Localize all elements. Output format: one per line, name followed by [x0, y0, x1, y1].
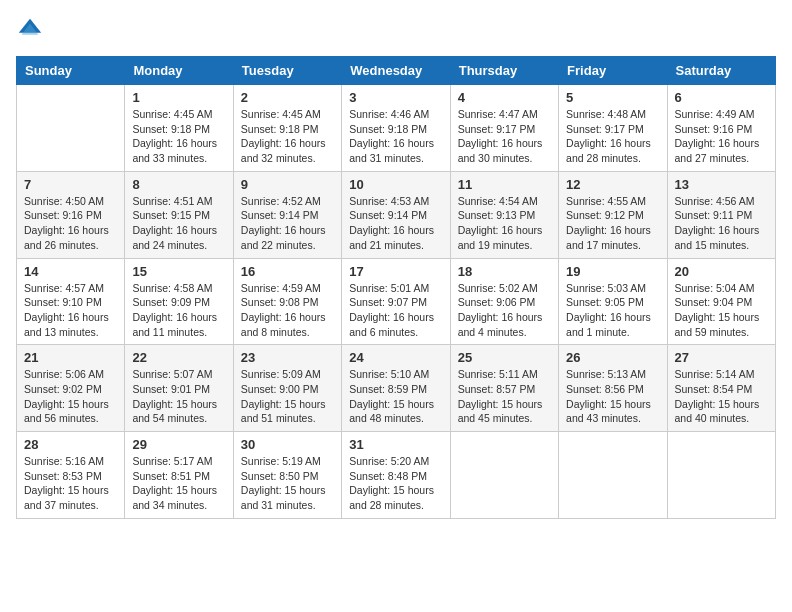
cell-day-number: 22: [132, 350, 225, 365]
cell-sunrise: Sunrise: 4:45 AM: [132, 108, 212, 120]
cell-sunrise: Sunrise: 4:51 AM: [132, 195, 212, 207]
calendar-cell: 4 Sunrise: 4:47 AM Sunset: 9:17 PM Dayli…: [450, 85, 558, 172]
calendar-cell: 12 Sunrise: 4:55 AM Sunset: 9:12 PM Dayl…: [559, 171, 667, 258]
cell-sunrise: Sunrise: 4:50 AM: [24, 195, 104, 207]
calendar-cell: 16 Sunrise: 4:59 AM Sunset: 9:08 PM Dayl…: [233, 258, 341, 345]
cell-day-number: 19: [566, 264, 659, 279]
cell-sunrise: Sunrise: 5:03 AM: [566, 282, 646, 294]
cell-info: Sunrise: 5:11 AM Sunset: 8:57 PM Dayligh…: [458, 367, 551, 426]
calendar-cell: 10 Sunrise: 4:53 AM Sunset: 9:14 PM Dayl…: [342, 171, 450, 258]
cell-day-number: 23: [241, 350, 334, 365]
cell-sunset: Sunset: 8:50 PM: [241, 470, 319, 482]
cell-sunset: Sunset: 9:05 PM: [566, 296, 644, 308]
cell-sunset: Sunset: 8:51 PM: [132, 470, 210, 482]
cell-day-number: 10: [349, 177, 442, 192]
cell-daylight: Daylight: 15 hours and 43 minutes.: [566, 398, 651, 425]
cell-info: Sunrise: 5:07 AM Sunset: 9:01 PM Dayligh…: [132, 367, 225, 426]
cell-day-number: 3: [349, 90, 442, 105]
logo-icon: [16, 16, 44, 44]
calendar-cell: 19 Sunrise: 5:03 AM Sunset: 9:05 PM Dayl…: [559, 258, 667, 345]
cell-day-number: 11: [458, 177, 551, 192]
cell-sunrise: Sunrise: 5:06 AM: [24, 368, 104, 380]
cell-day-number: 16: [241, 264, 334, 279]
cell-day-number: 18: [458, 264, 551, 279]
cell-info: Sunrise: 4:52 AM Sunset: 9:14 PM Dayligh…: [241, 194, 334, 253]
calendar-cell: 18 Sunrise: 5:02 AM Sunset: 9:06 PM Dayl…: [450, 258, 558, 345]
cell-info: Sunrise: 4:54 AM Sunset: 9:13 PM Dayligh…: [458, 194, 551, 253]
cell-sunrise: Sunrise: 5:16 AM: [24, 455, 104, 467]
calendar-cell: [17, 85, 125, 172]
cell-daylight: Daylight: 16 hours and 11 minutes.: [132, 311, 217, 338]
cell-sunset: Sunset: 9:00 PM: [241, 383, 319, 395]
cell-info: Sunrise: 5:16 AM Sunset: 8:53 PM Dayligh…: [24, 454, 117, 513]
cell-sunrise: Sunrise: 5:07 AM: [132, 368, 212, 380]
calendar-cell: 31 Sunrise: 5:20 AM Sunset: 8:48 PM Dayl…: [342, 432, 450, 519]
cell-sunrise: Sunrise: 4:54 AM: [458, 195, 538, 207]
cell-day-number: 30: [241, 437, 334, 452]
cell-sunset: Sunset: 9:16 PM: [24, 209, 102, 221]
weekday-header: Thursday: [450, 57, 558, 85]
cell-day-number: 29: [132, 437, 225, 452]
logo: [16, 16, 48, 44]
calendar-cell: 1 Sunrise: 4:45 AM Sunset: 9:18 PM Dayli…: [125, 85, 233, 172]
calendar-cell: 25 Sunrise: 5:11 AM Sunset: 8:57 PM Dayl…: [450, 345, 558, 432]
cell-info: Sunrise: 5:06 AM Sunset: 9:02 PM Dayligh…: [24, 367, 117, 426]
cell-sunrise: Sunrise: 5:10 AM: [349, 368, 429, 380]
calendar-cell: 27 Sunrise: 5:14 AM Sunset: 8:54 PM Dayl…: [667, 345, 775, 432]
weekday-header: Wednesday: [342, 57, 450, 85]
cell-day-number: 14: [24, 264, 117, 279]
cell-info: Sunrise: 5:04 AM Sunset: 9:04 PM Dayligh…: [675, 281, 768, 340]
calendar-week-row: 14 Sunrise: 4:57 AM Sunset: 9:10 PM Dayl…: [17, 258, 776, 345]
cell-daylight: Daylight: 15 hours and 48 minutes.: [349, 398, 434, 425]
cell-sunrise: Sunrise: 4:47 AM: [458, 108, 538, 120]
cell-daylight: Daylight: 15 hours and 54 minutes.: [132, 398, 217, 425]
calendar-cell: 26 Sunrise: 5:13 AM Sunset: 8:56 PM Dayl…: [559, 345, 667, 432]
cell-sunset: Sunset: 9:15 PM: [132, 209, 210, 221]
cell-daylight: Daylight: 15 hours and 59 minutes.: [675, 311, 760, 338]
cell-sunrise: Sunrise: 4:46 AM: [349, 108, 429, 120]
cell-daylight: Daylight: 16 hours and 21 minutes.: [349, 224, 434, 251]
cell-info: Sunrise: 4:45 AM Sunset: 9:18 PM Dayligh…: [132, 107, 225, 166]
calendar-cell: 13 Sunrise: 4:56 AM Sunset: 9:11 PM Dayl…: [667, 171, 775, 258]
cell-day-number: 17: [349, 264, 442, 279]
cell-day-number: 13: [675, 177, 768, 192]
cell-sunset: Sunset: 9:16 PM: [675, 123, 753, 135]
cell-day-number: 20: [675, 264, 768, 279]
cell-daylight: Daylight: 16 hours and 15 minutes.: [675, 224, 760, 251]
cell-daylight: Daylight: 15 hours and 31 minutes.: [241, 484, 326, 511]
calendar-cell: 5 Sunrise: 4:48 AM Sunset: 9:17 PM Dayli…: [559, 85, 667, 172]
cell-daylight: Daylight: 15 hours and 34 minutes.: [132, 484, 217, 511]
cell-sunset: Sunset: 9:17 PM: [458, 123, 536, 135]
cell-info: Sunrise: 4:58 AM Sunset: 9:09 PM Dayligh…: [132, 281, 225, 340]
cell-sunset: Sunset: 9:06 PM: [458, 296, 536, 308]
cell-sunrise: Sunrise: 5:01 AM: [349, 282, 429, 294]
cell-sunrise: Sunrise: 4:48 AM: [566, 108, 646, 120]
cell-sunset: Sunset: 8:59 PM: [349, 383, 427, 395]
calendar-cell: 23 Sunrise: 5:09 AM Sunset: 9:00 PM Dayl…: [233, 345, 341, 432]
calendar-cell: 29 Sunrise: 5:17 AM Sunset: 8:51 PM Dayl…: [125, 432, 233, 519]
cell-day-number: 1: [132, 90, 225, 105]
cell-sunrise: Sunrise: 4:59 AM: [241, 282, 321, 294]
cell-daylight: Daylight: 16 hours and 33 minutes.: [132, 137, 217, 164]
cell-info: Sunrise: 5:17 AM Sunset: 8:51 PM Dayligh…: [132, 454, 225, 513]
cell-info: Sunrise: 5:20 AM Sunset: 8:48 PM Dayligh…: [349, 454, 442, 513]
cell-sunset: Sunset: 9:12 PM: [566, 209, 644, 221]
calendar-table: SundayMondayTuesdayWednesdayThursdayFrid…: [16, 56, 776, 519]
calendar-cell: 8 Sunrise: 4:51 AM Sunset: 9:15 PM Dayli…: [125, 171, 233, 258]
cell-sunrise: Sunrise: 5:20 AM: [349, 455, 429, 467]
cell-sunset: Sunset: 9:01 PM: [132, 383, 210, 395]
cell-info: Sunrise: 4:48 AM Sunset: 9:17 PM Dayligh…: [566, 107, 659, 166]
cell-day-number: 7: [24, 177, 117, 192]
cell-sunrise: Sunrise: 5:19 AM: [241, 455, 321, 467]
cell-day-number: 4: [458, 90, 551, 105]
cell-info: Sunrise: 4:49 AM Sunset: 9:16 PM Dayligh…: [675, 107, 768, 166]
cell-day-number: 2: [241, 90, 334, 105]
cell-info: Sunrise: 4:47 AM Sunset: 9:17 PM Dayligh…: [458, 107, 551, 166]
cell-sunset: Sunset: 9:18 PM: [132, 123, 210, 135]
calendar-cell: 15 Sunrise: 4:58 AM Sunset: 9:09 PM Dayl…: [125, 258, 233, 345]
cell-day-number: 12: [566, 177, 659, 192]
cell-daylight: Daylight: 16 hours and 24 minutes.: [132, 224, 217, 251]
cell-daylight: Daylight: 16 hours and 19 minutes.: [458, 224, 543, 251]
cell-info: Sunrise: 4:53 AM Sunset: 9:14 PM Dayligh…: [349, 194, 442, 253]
cell-sunset: Sunset: 9:02 PM: [24, 383, 102, 395]
